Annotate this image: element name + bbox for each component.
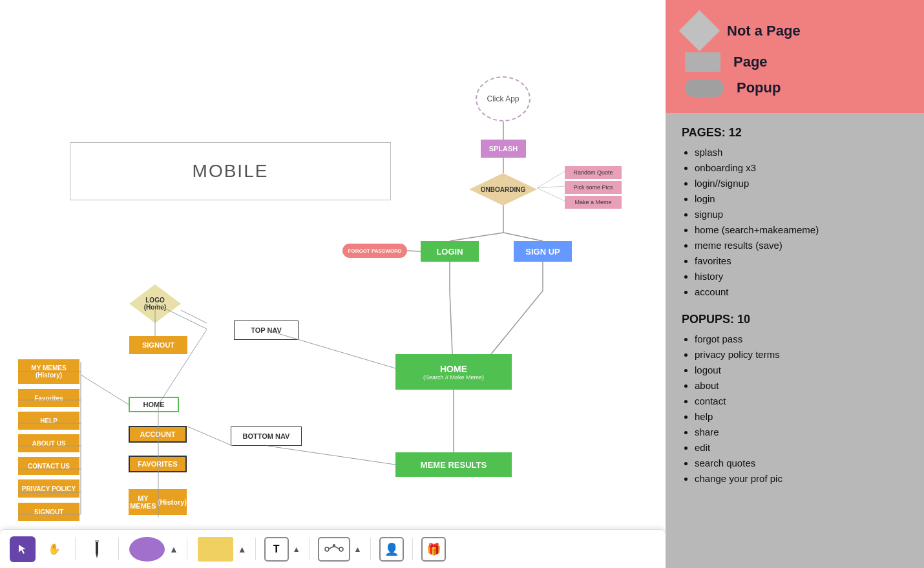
sidebar-item-signout[interactable]: SIGNOUT — [18, 503, 79, 521]
page-label: Page — [733, 54, 768, 70]
separator4 — [255, 538, 256, 560]
text-chevron[interactable]: ▲ — [293, 545, 300, 554]
popup-item-change-pic: change your prof pic — [695, 471, 908, 487]
popup-item-contact: contact — [695, 394, 908, 409]
page-item-home: home (search+makeameme) — [695, 222, 908, 238]
page-item-history: history — [695, 269, 908, 284]
text-tool-btn[interactable]: T — [264, 537, 289, 562]
legend-text: PAGES: 12 splash onboarding x3 login//si… — [666, 113, 924, 568]
page-item-signup: signup — [695, 207, 908, 222]
svg-line-15 — [181, 310, 207, 323]
popups-heading: POPUPS: 10 — [682, 313, 908, 326]
legend-item-not-a-page: Not a Page — [685, 16, 905, 45]
person-tool-btn[interactable]: 👤 — [379, 537, 404, 562]
connectors-svg — [0, 0, 666, 568]
separator5 — [309, 538, 310, 560]
hand-tool-btn[interactable]: ✋ — [41, 536, 67, 562]
toolbar: ✋ ▲ ▲ T ▲ — [0, 529, 666, 568]
logo-label: LOGO (Home) — [129, 289, 181, 319]
signout-nav-btn: SIGNOUT — [129, 336, 187, 354]
svg-line-4 — [537, 188, 565, 201]
forgot-password-box: FORGOT PASSWORD — [342, 244, 407, 258]
login-box: LOGIN — [421, 241, 479, 262]
popup-item-forgot: forgot pass — [695, 331, 908, 347]
popup-item-edit: edit — [695, 440, 908, 456]
mobile-label: MOBILE — [193, 161, 269, 182]
popup-item-about: about — [695, 378, 908, 394]
meme-results-box: MEME RESULTS — [395, 452, 512, 477]
popup-item-help: help — [695, 409, 908, 425]
legend-shapes: Not a Page Page Popup — [666, 0, 924, 113]
canvas: MOBILE Click App SPLASH ONBOARDING Rando… — [0, 0, 666, 568]
not-a-page-label: Not a Page — [727, 23, 801, 39]
component-tool-btn[interactable]: 🎁 — [421, 537, 446, 562]
connector-chevron[interactable]: ▲ — [354, 545, 362, 554]
page-item-splash: splash — [695, 145, 908, 160]
sidebar-item-privacy-policy[interactable]: PRIVACY POLICY — [18, 479, 79, 498]
svg-line-12 — [491, 291, 543, 354]
separator6 — [370, 538, 371, 560]
sidebar-item-my-memes[interactable]: MY MEMES(History) — [18, 359, 79, 384]
legend-item-page: Page — [685, 52, 905, 72]
svg-line-7 — [503, 233, 543, 241]
sidebar-item-about-us[interactable]: ABOUT US — [18, 434, 79, 452]
rect-shape-icon — [685, 52, 720, 72]
sticky-chevron[interactable]: ▲ — [238, 544, 247, 554]
svg-line-22 — [81, 375, 129, 405]
click-app-node: Click App — [476, 76, 530, 121]
text-tool-label: T — [273, 543, 280, 555]
popup-label: Popup — [737, 79, 781, 96]
svg-line-10 — [450, 291, 452, 354]
page-item-login: login — [695, 191, 908, 207]
pages-heading: PAGES: 12 — [682, 126, 908, 140]
bottom-nav-box: BOTTOM NAV — [231, 426, 302, 446]
shape-chevron[interactable]: ▲ — [169, 544, 178, 554]
pages-list: splash onboarding x3 login//signup login… — [695, 145, 908, 300]
sidebar-item-favorites[interactable]: Favorites — [18, 389, 79, 407]
my-memes-bottom-btn: MY MEMES (History) — [129, 489, 187, 515]
home-main-label: HOME — [440, 364, 467, 374]
onboarding-label: ONBOARDING — [469, 179, 537, 200]
legend-panel: Not a Page Page Popup PAGES: 12 splash o… — [666, 0, 924, 568]
sidebar-item-help[interactable]: HELP — [18, 412, 79, 430]
pill-shape-icon — [685, 79, 724, 97]
home-main-box: HOME (Search // Make Meme) — [395, 354, 512, 390]
page-item-favorites: favorites — [695, 253, 908, 269]
splash-box: SPLASH — [481, 140, 526, 158]
svg-line-2 — [537, 171, 565, 188]
home-main-sub: (Search // Make Meme) — [423, 374, 484, 381]
my-memes-label: MY MEMES — [129, 494, 158, 510]
purple-circle-shape — [129, 537, 165, 562]
popup-item-search-quotes: search quotes — [695, 456, 908, 471]
popup-item-privacy: privacy policy terms — [695, 347, 908, 363]
my-memes-sub: (History) — [158, 498, 187, 506]
svg-marker-33 — [96, 553, 98, 558]
svg-line-8 — [407, 251, 421, 251]
click-app-label: Click App — [487, 94, 519, 103]
gift-icon: 🎁 — [426, 542, 441, 556]
diamond-shape-icon — [679, 10, 720, 52]
page-item-meme-results: meme results (save) — [695, 238, 908, 253]
sidebar-item-contact-us[interactable]: CONTACT US — [18, 457, 79, 475]
separator7 — [412, 538, 413, 560]
pen-tool-btn[interactable] — [84, 536, 110, 562]
svg-point-36 — [339, 547, 343, 551]
popup-item-logout: logout — [695, 363, 908, 378]
svg-text:✋: ✋ — [48, 543, 59, 555]
page-item-onboarding: onboarding x3 — [695, 160, 908, 176]
logo-text: LOGO — [145, 297, 164, 304]
svg-line-3 — [537, 186, 565, 188]
person-icon: 👤 — [384, 542, 399, 556]
legend-item-popup: Popup — [685, 79, 905, 97]
svg-point-35 — [325, 547, 329, 551]
favorites-btn: FAVORITES — [129, 456, 187, 472]
separator3 — [187, 538, 187, 560]
onboarding-sub1: Random Quote — [565, 166, 622, 179]
signup-box: SIGN UP — [514, 241, 572, 262]
popups-list: forgot pass privacy policy terms logout … — [695, 331, 908, 487]
connector-tool-btn[interactable] — [318, 537, 350, 562]
separator1 — [75, 538, 76, 560]
onboarding-sub3: Make a Meme — [565, 196, 622, 209]
cursor-tool-btn[interactable] — [10, 536, 36, 562]
svg-point-37 — [333, 544, 335, 547]
